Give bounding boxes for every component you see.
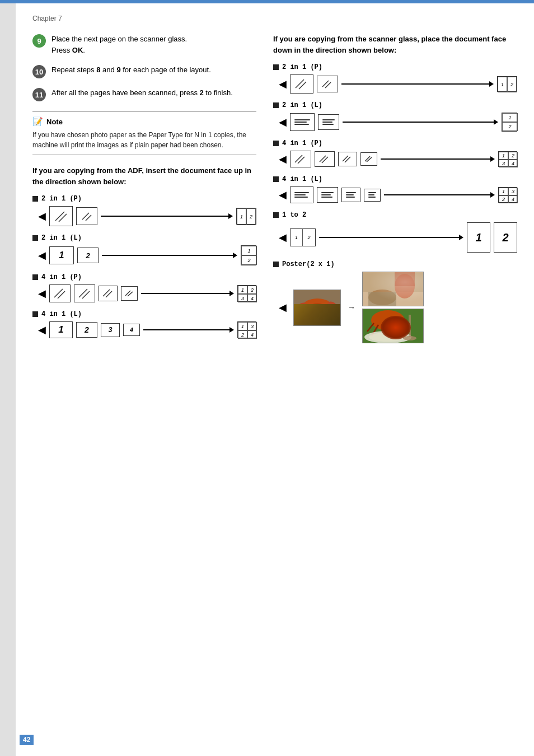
left-arrow: ◀ — [38, 287, 46, 300]
svg-point-38 — [395, 274, 415, 298]
bullet — [273, 141, 279, 146]
bullet — [32, 274, 38, 280]
svg-rect-25 — [294, 307, 341, 326]
doc-2 — [315, 151, 335, 167]
adf-2in1p-diagram: ◀ — [38, 206, 256, 226]
svg-rect-36 — [363, 272, 424, 306]
svg-line-1 — [59, 214, 67, 222]
adf-section-title: If you are copying from the ADF, insert … — [32, 165, 256, 187]
doc-3 — [338, 152, 357, 166]
bullet — [273, 102, 279, 108]
result-page-2: 2 — [494, 222, 517, 253]
glass-2in1l-label: 2 in 1 (L) — [273, 101, 517, 109]
note-box: 📝 Note If you have chosen photo paper as… — [32, 111, 256, 155]
doc-3: 3 — [101, 323, 120, 337]
poster-arrow: → — [348, 303, 355, 312]
adf-2in1l-diagram: ◀ 1 2 1 2 — [38, 245, 256, 265]
long-arrow — [381, 156, 495, 162]
svg-point-34 — [298, 314, 337, 325]
svg-line-19 — [322, 157, 328, 163]
adf-4in1l-diagram: ◀ 1 2 3 4 1 3 2 4 — [38, 321, 256, 338]
svg-point-52 — [403, 336, 416, 340]
svg-point-50 — [369, 333, 407, 342]
doc-2 — [74, 284, 95, 302]
doc-1: 1 — [49, 321, 73, 338]
bullet — [273, 212, 279, 218]
adf-2in1p-label: 2 in 1 (P) — [32, 195, 256, 203]
source-docs: 1 2 — [290, 228, 316, 246]
doc-2: 2 — [77, 248, 99, 263]
svg-rect-37 — [363, 272, 424, 292]
doc-1 — [290, 186, 313, 203]
svg-rect-24 — [294, 290, 341, 326]
adf-2in1l-label: 2 in 1 (L) — [32, 234, 256, 242]
long-arrow — [102, 253, 237, 258]
bullet — [32, 235, 38, 241]
right-column: If you are copying from the scanner glas… — [273, 34, 517, 344]
long-arrow — [319, 235, 463, 240]
adf-4in1p-diagram: ◀ — [38, 284, 256, 302]
svg-rect-39 — [395, 272, 415, 286]
note-title: 📝 Note — [32, 116, 256, 127]
adf-4in1l-label: 4 in 1 (L) — [32, 310, 256, 318]
doc-1 — [49, 206, 73, 226]
glass-2in1p-diagram: ◀ 1 — [279, 74, 517, 94]
doc-3 — [341, 188, 360, 202]
doc-1 — [290, 151, 311, 167]
doc-1: 1 — [49, 246, 74, 264]
doc-3 — [99, 286, 118, 301]
doc-2 — [76, 207, 97, 225]
svg-line-6 — [79, 289, 87, 297]
step-10-number: 10 — [32, 65, 46, 78]
glass-2in1l-diagram: ◀ — [279, 113, 517, 132]
step-11-number: 11 — [32, 88, 46, 101]
svg-rect-51 — [409, 315, 411, 337]
left-arrow: ◀ — [279, 153, 287, 165]
doc-2 — [317, 76, 338, 92]
result: 1 2 3 4 — [237, 285, 256, 302]
svg-line-16 — [295, 155, 302, 162]
svg-line-33 — [322, 316, 329, 324]
step-11-text: After all the pages have been scanned, p… — [51, 87, 233, 99]
step-10: 10 Repeat steps 8 and 9 for each page of… — [32, 64, 256, 78]
doc-2 — [317, 187, 338, 203]
long-arrow — [141, 291, 234, 296]
svg-line-5 — [58, 291, 65, 298]
long-arrow — [101, 213, 233, 219]
svg-rect-41 — [368, 292, 396, 306]
long-arrow — [343, 119, 498, 125]
svg-point-40 — [368, 290, 396, 305]
doc-4 — [364, 189, 381, 202]
svg-line-13 — [299, 82, 306, 89]
glass-1to2-diagram: ◀ 1 2 1 2 — [279, 222, 517, 253]
doc-4: 4 — [123, 324, 140, 336]
svg-point-35 — [302, 315, 333, 323]
left-arrow: ◀ — [38, 249, 46, 262]
svg-line-31 — [304, 316, 311, 324]
svg-point-27 — [305, 304, 330, 319]
glass-2in1p-label: 2 in 1 (P) — [273, 63, 517, 71]
svg-line-47 — [396, 323, 403, 332]
poster-result-bottom — [362, 309, 424, 343]
note-text: If you have chosen photo paper as the Pa… — [32, 130, 256, 150]
svg-line-0 — [55, 212, 64, 221]
svg-line-48 — [392, 325, 399, 336]
doc-2: 2 — [76, 322, 97, 338]
left-arrow: ◀ — [279, 78, 287, 90]
bullet — [32, 311, 38, 317]
left-arrow: ◀ — [279, 301, 287, 314]
step-11: 11 After all the pages have been scanned… — [32, 87, 256, 101]
long-arrow — [384, 192, 495, 198]
svg-line-12 — [296, 80, 304, 88]
doc-4 — [360, 152, 377, 166]
page-number: 42 — [20, 735, 34, 745]
bullet — [273, 64, 279, 70]
result: 1 2 — [241, 245, 256, 265]
doc-1 — [49, 284, 71, 302]
adf-4in1p-label: 4 in 1 (P) — [32, 273, 256, 281]
left-arrow: ◀ — [279, 116, 287, 128]
bullet — [273, 262, 279, 267]
glass-poster-label: Poster(2 x 1) — [273, 260, 517, 268]
result-page-1: 1 — [467, 222, 490, 253]
bullet — [32, 196, 38, 202]
